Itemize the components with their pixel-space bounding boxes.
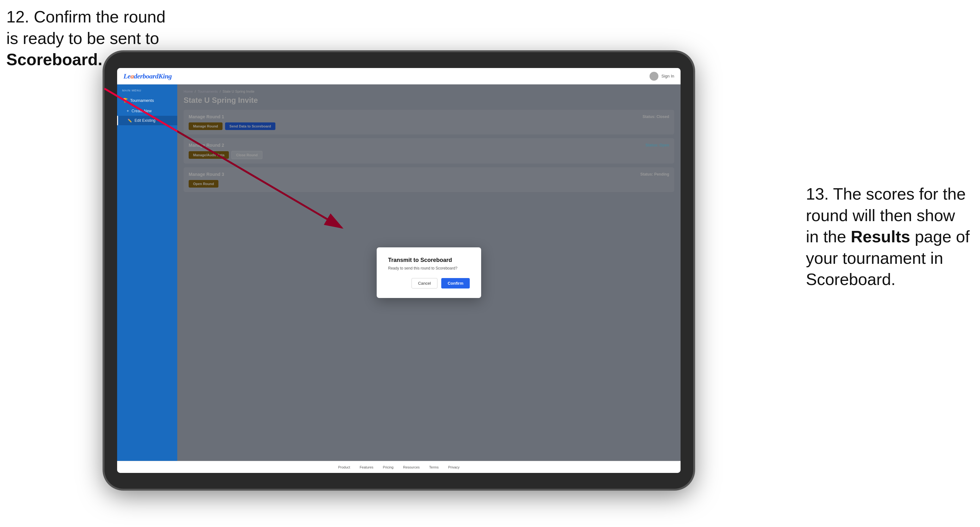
sidebar-item-create-new[interactable]: + Create New bbox=[117, 106, 177, 116]
trophy-icon: 🏆 bbox=[122, 98, 127, 103]
footer-product[interactable]: Product bbox=[338, 465, 350, 469]
annotation-line1: 12. Confirm the round bbox=[6, 8, 165, 26]
annotation-right: 13. The scores for the round will then s… bbox=[806, 184, 970, 290]
plus-icon: + bbox=[127, 108, 129, 113]
annotation-top: 12. Confirm the round is ready to be sen… bbox=[6, 6, 165, 71]
confirm-button[interactable]: Confirm bbox=[441, 278, 470, 289]
annotation-bold: Results bbox=[851, 227, 910, 246]
footer-pricing[interactable]: Pricing bbox=[383, 465, 394, 469]
footer: Product Features Pricing Resources Terms… bbox=[117, 461, 681, 473]
sidebar-tournaments-label: Tournaments bbox=[130, 98, 154, 103]
footer-terms[interactable]: Terms bbox=[429, 465, 439, 469]
nav-right: Sign In bbox=[649, 72, 674, 81]
annotation-line2: is ready to be sent to bbox=[6, 29, 159, 48]
sidebar-menu-label: MAIN MENU bbox=[117, 89, 177, 95]
modal-buttons: Cancel Confirm bbox=[388, 278, 470, 289]
footer-privacy[interactable]: Privacy bbox=[448, 465, 460, 469]
modal-title: Transmit to Scoreboard bbox=[388, 257, 470, 264]
content-area: Home / Tournaments / State U Spring Invi… bbox=[177, 84, 681, 461]
edit-existing-label: Edit Existing bbox=[135, 118, 156, 123]
top-nav: LeaderboardKing Sign In bbox=[117, 68, 681, 84]
avatar bbox=[649, 72, 659, 81]
modal-dialog: Transmit to Scoreboard Ready to send thi… bbox=[377, 248, 481, 298]
tablet-device: LeaderboardKing Sign In MAIN MENU 🏆 Tour… bbox=[105, 52, 693, 489]
footer-features[interactable]: Features bbox=[360, 465, 373, 469]
sidebar: MAIN MENU 🏆 Tournaments + Create New ✏️ … bbox=[117, 84, 177, 461]
main-content: MAIN MENU 🏆 Tournaments + Create New ✏️ … bbox=[117, 84, 681, 461]
sidebar-item-tournaments[interactable]: 🏆 Tournaments bbox=[117, 95, 177, 106]
footer-resources[interactable]: Resources bbox=[403, 465, 420, 469]
modal-description: Ready to send this round to Scoreboard? bbox=[388, 266, 470, 270]
create-new-label: Create New bbox=[132, 109, 152, 113]
edit-icon: ✏️ bbox=[127, 119, 132, 123]
sidebar-item-edit-existing[interactable]: ✏️ Edit Existing bbox=[117, 116, 177, 125]
sign-in-label[interactable]: Sign In bbox=[662, 74, 674, 78]
annotation-line3: Scoreboard. bbox=[6, 50, 102, 69]
modal-overlay[interactable]: Transmit to Scoreboard Ready to send thi… bbox=[177, 84, 681, 461]
logo-area: LeaderboardKing bbox=[123, 72, 172, 80]
cancel-button[interactable]: Cancel bbox=[412, 278, 438, 289]
tablet-screen: LeaderboardKing Sign In MAIN MENU 🏆 Tour… bbox=[117, 68, 681, 473]
logo: LeaderboardKing bbox=[123, 72, 172, 80]
